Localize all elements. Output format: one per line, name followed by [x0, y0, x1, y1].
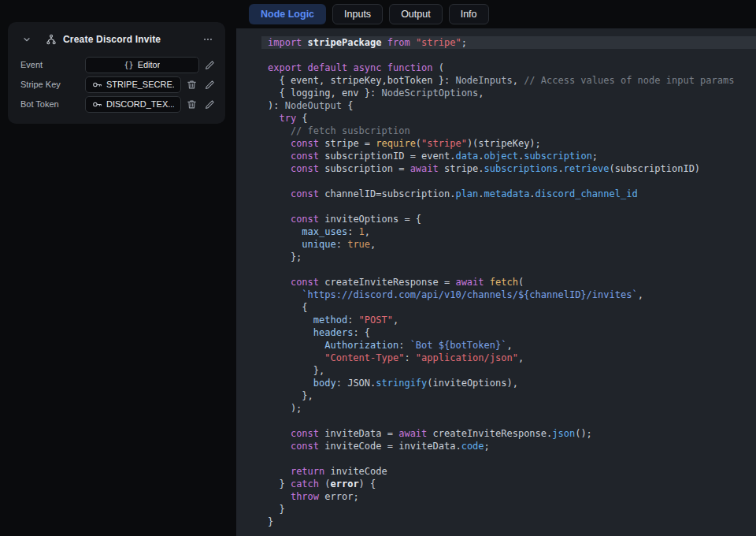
trash-icon[interactable] — [183, 96, 199, 112]
code-line — [261, 452, 756, 465]
code-line: export default async function ( — [261, 61, 756, 74]
node-header: Create Discord Invite — [14, 28, 219, 55]
tab-node-logic[interactable]: Node Logic — [249, 4, 326, 24]
code-line: const inviteData = await createInviteRes… — [261, 427, 756, 440]
param-value-text: Editor — [138, 60, 161, 69]
code-line: { event, stripeKey,botToken }: NodeInput… — [261, 74, 756, 87]
code-line: { logging, env }: NodeScriptOptions, — [261, 87, 756, 99]
param-row-bot-token: Bot TokenDISCORD_TEX... — [14, 95, 219, 114]
code-line: const createInviteResponse = await fetch… — [261, 276, 756, 288]
braces-icon: {} — [124, 61, 134, 69]
code-line: const inviteCode = inviteData.code; — [261, 440, 756, 452]
pencil-icon[interactable] — [202, 96, 217, 112]
code-line: method: "POST", — [261, 314, 756, 326]
editor-pane: Node LogicInputsOutputInfo import stripe… — [236, 0, 756, 536]
code-line: const subscriptionID = event.data.object… — [261, 150, 756, 162]
param-label: Event — [20, 60, 83, 69]
code-line — [261, 175, 756, 188]
param-value-event[interactable]: {}Editor — [85, 57, 199, 73]
node-icon — [46, 34, 57, 45]
code-line: `https://discord.com/api/v10/channels/${… — [261, 288, 756, 301]
code-line — [261, 263, 756, 276]
node-title: Create Discord Invite — [63, 34, 200, 45]
code-line: ): NodeOutput { — [261, 99, 756, 112]
code-line: Authorization: `Bot ${botToken}`, — [261, 339, 756, 352]
pencil-icon[interactable] — [202, 57, 217, 73]
param-rows: Event{}EditorStripe KeySTRIPE_SECRE...Bo… — [14, 55, 219, 114]
tab-inputs[interactable]: Inputs — [332, 4, 383, 24]
app: Create Discord Invite Event{}EditorStrip… — [0, 0, 756, 536]
key-icon — [92, 99, 102, 110]
code-line: } catch (error) { — [261, 478, 756, 490]
code-line: } — [261, 503, 756, 516]
trash-icon[interactable] — [183, 76, 199, 92]
code-line: { — [261, 301, 756, 314]
param-label: Bot Token — [20, 99, 83, 109]
code-line: try { — [261, 112, 756, 125]
code-line: const stripe = require("stripe")(stripeK… — [261, 137, 756, 150]
code-line: import stripePackage from "stripe"; — [261, 36, 756, 49]
param-value-bot-token[interactable]: DISCORD_TEX... — [85, 96, 181, 113]
tab-info[interactable]: Info — [449, 4, 489, 24]
param-value-text: DISCORD_TEX... — [106, 99, 174, 109]
code-line: ); — [261, 402, 756, 415]
code-line: const channelID=subscription.plan.metada… — [261, 188, 756, 200]
code-line: }, — [261, 364, 756, 377]
param-row-stripe-key: Stripe KeySTRIPE_SECRE... — [14, 75, 219, 94]
key-icon — [92, 80, 102, 90]
code-editor[interactable]: import stripePackage from "stripe"; expo… — [236, 28, 756, 536]
tab-output[interactable]: Output — [389, 4, 443, 24]
param-label: Stripe Key — [20, 80, 83, 89]
pencil-icon[interactable] — [202, 76, 217, 92]
code-line: headers: { — [261, 326, 756, 339]
code-line: throw error; — [261, 490, 756, 503]
code-line: const inviteOptions = { — [261, 213, 756, 225]
code-line — [261, 200, 756, 213]
code-line: "Content-Type": "application/json", — [261, 352, 756, 364]
chevron-down-icon[interactable] — [19, 32, 35, 47]
code-line: const subscription = await stripe.subscr… — [261, 162, 756, 175]
param-value-text: STRIPE_SECRE... — [106, 80, 174, 89]
param-row-event: Event{}Editor — [14, 55, 219, 74]
param-value-stripe-key[interactable]: STRIPE_SECRE... — [85, 76, 181, 93]
code-line: }, — [261, 389, 756, 402]
more-menu-icon[interactable] — [200, 32, 216, 47]
code-line: return inviteCode — [261, 465, 756, 478]
tab-bar: Node LogicInputsOutputInfo — [236, 0, 756, 28]
code-line: body: JSON.stringify(inviteOptions), — [261, 377, 756, 389]
code-line: unique: true, — [261, 238, 756, 251]
left-pane: Create Discord Invite Event{}EditorStrip… — [0, 0, 236, 536]
code-line: } — [261, 516, 756, 528]
code-line: max_uses: 1, — [261, 225, 756, 238]
node-config-panel: Create Discord Invite Event{}EditorStrip… — [8, 22, 225, 124]
code-line — [261, 415, 756, 427]
code-line: // fetch susbcription — [261, 125, 756, 137]
code-line — [261, 49, 756, 61]
code-line: }; — [261, 251, 756, 263]
